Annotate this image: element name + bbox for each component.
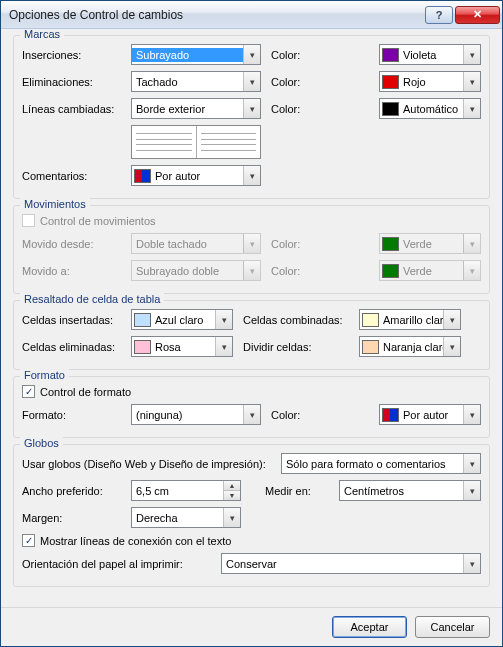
group-title: Movimientos: [20, 198, 90, 210]
chevron-down-icon: [243, 72, 260, 91]
chevron-down-icon: [243, 45, 260, 64]
formato-color-select[interactable]: Por autor: [379, 404, 481, 425]
comentarios-select[interactable]: Por autor: [131, 165, 261, 186]
comentarios-label: Comentarios:: [22, 170, 127, 182]
group-marcas: Marcas Inserciones: Subrayado Color: Vio…: [13, 35, 490, 199]
celdas-eliminadas-label: Celdas eliminadas:: [22, 341, 127, 353]
movido-a-select: Subrayado doble: [131, 260, 261, 281]
chevron-down-icon: [243, 234, 260, 253]
control-movimientos-label: Control de movimientos: [40, 215, 156, 227]
lines-preview: [131, 125, 261, 159]
cancel-button[interactable]: Cancelar: [415, 616, 490, 638]
ancho-label: Ancho preferido:: [22, 485, 127, 497]
group-title: Marcas: [20, 29, 64, 40]
color-swatch: [134, 313, 151, 327]
color-label: Color:: [271, 265, 309, 277]
group-movimientos: Movimientos Control de movimientos Movid…: [13, 205, 490, 294]
color-swatch: [382, 75, 399, 89]
chevron-down-icon: [243, 166, 260, 185]
chevron-down-icon: [463, 405, 480, 424]
group-title: Globos: [20, 437, 63, 449]
chevron-down-icon: [215, 310, 232, 329]
eliminaciones-color-select[interactable]: Rojo: [379, 71, 481, 92]
medir-label: Medir en:: [265, 485, 335, 497]
control-formato-checkbox[interactable]: ✓: [22, 385, 35, 398]
chevron-down-icon: [463, 45, 480, 64]
inserciones-label: Inserciones:: [22, 49, 127, 61]
chevron-down-icon: [243, 261, 260, 280]
chevron-down-icon: [443, 337, 460, 356]
movido-desde-color-select: Verde: [379, 233, 481, 254]
color-swatch: [382, 48, 399, 62]
movido-desde-select: Doble tachado: [131, 233, 261, 254]
color-swatch: [382, 408, 399, 422]
color-label: Color:: [271, 103, 309, 115]
ancho-spinner[interactable]: 6,5 cm ▲▼: [131, 480, 241, 501]
movido-desde-label: Movido desde:: [22, 238, 127, 250]
mostrar-lineas-checkbox[interactable]: ✓: [22, 534, 35, 547]
chevron-down-icon: [215, 337, 232, 356]
group-formato: Formato ✓ Control de formato Formato: (n…: [13, 376, 490, 438]
celdas-combinadas-label: Celdas combinadas:: [243, 314, 355, 326]
color-swatch: [134, 340, 151, 354]
lineas-color-select[interactable]: Automático: [379, 98, 481, 119]
formato-select[interactable]: (ninguna): [131, 404, 261, 425]
orientacion-label: Orientación del papel al imprimir:: [22, 558, 217, 570]
chevron-down-icon: [243, 405, 260, 424]
formato-label: Formato:: [22, 409, 127, 421]
celdas-eliminadas-select[interactable]: Rosa: [131, 336, 233, 357]
ok-button[interactable]: Aceptar: [332, 616, 407, 638]
color-swatch: [362, 313, 379, 327]
inserciones-color-select[interactable]: Violeta: [379, 44, 481, 65]
chevron-down-icon: [463, 72, 480, 91]
color-label: Color:: [271, 238, 309, 250]
group-title: Resaltado de celda de tabla: [20, 293, 164, 305]
chevron-down-icon: [243, 99, 260, 118]
chevron-down-icon: [463, 481, 480, 500]
group-tabla: Resaltado de celda de tabla Celdas inser…: [13, 300, 490, 370]
chevron-down-icon: [463, 99, 480, 118]
usar-globos-label: Usar globos (Diseño Web y Diseño de impr…: [22, 458, 277, 470]
color-swatch: [382, 102, 399, 116]
celdas-combinadas-select[interactable]: Amarillo claro: [359, 309, 461, 330]
chevron-down-icon: [223, 508, 240, 527]
celdas-insertadas-select[interactable]: Azul claro: [131, 309, 233, 330]
control-formato-label: Control de formato: [40, 386, 131, 398]
title-text: Opciones de Control de cambios: [9, 8, 423, 22]
control-movimientos-checkbox[interactable]: [22, 214, 35, 227]
dividir-celdas-select[interactable]: Naranja claro: [359, 336, 461, 357]
usar-globos-select[interactable]: Sólo para formato o comentarios: [281, 453, 481, 474]
eliminaciones-label: Eliminaciones:: [22, 76, 127, 88]
celdas-insertadas-label: Celdas insertadas:: [22, 314, 127, 326]
dialog-window: Opciones de Control de cambios ? ✕ Marca…: [0, 0, 503, 647]
orientacion-select[interactable]: Conservar: [221, 553, 481, 574]
color-swatch: [134, 169, 151, 183]
medir-select[interactable]: Centímetros: [339, 480, 481, 501]
eliminaciones-select[interactable]: Tachado: [131, 71, 261, 92]
chevron-down-icon: [463, 261, 480, 280]
group-globos: Globos Usar globos (Diseño Web y Diseño …: [13, 444, 490, 587]
lineas-label: Líneas cambiadas:: [22, 103, 127, 115]
lineas-select[interactable]: Borde exterior: [131, 98, 261, 119]
margen-select[interactable]: Derecha: [131, 507, 241, 528]
color-swatch: [382, 237, 399, 251]
dividir-celdas-label: Dividir celdas:: [243, 341, 355, 353]
color-label: Color:: [271, 76, 309, 88]
mostrar-lineas-label: Mostrar líneas de conexión con el texto: [40, 535, 231, 547]
inserciones-select[interactable]: Subrayado: [131, 44, 261, 65]
margen-label: Margen:: [22, 512, 127, 524]
color-swatch: [362, 340, 379, 354]
chevron-down-icon: [463, 554, 480, 573]
color-label: Color:: [271, 49, 309, 61]
chevron-down-icon: [443, 310, 460, 329]
color-label: Color:: [271, 409, 309, 421]
close-button[interactable]: ✕: [455, 6, 500, 24]
group-title: Formato: [20, 369, 69, 381]
color-swatch: [382, 264, 399, 278]
titlebar[interactable]: Opciones de Control de cambios ? ✕: [1, 1, 502, 29]
footer: Aceptar Cancelar: [1, 607, 502, 646]
spinner-arrows[interactable]: ▲▼: [223, 481, 240, 500]
help-button[interactable]: ?: [425, 6, 453, 24]
content-area: Marcas Inserciones: Subrayado Color: Vio…: [1, 29, 502, 607]
chevron-down-icon: [463, 454, 480, 473]
